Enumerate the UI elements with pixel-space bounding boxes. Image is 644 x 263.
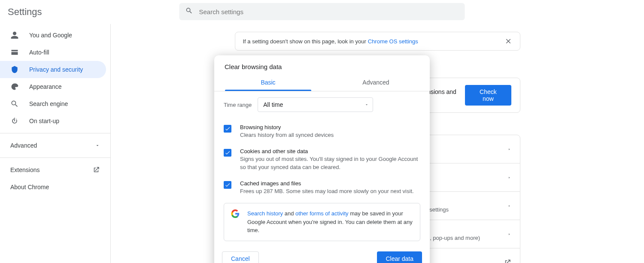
- option-cached-images[interactable]: Cached images and files Frees up 287 MB.…: [224, 176, 420, 200]
- modal-overlay: Clear browsing data Basic Advanced Time …: [0, 0, 644, 263]
- modal-actions: Cancel Clear data: [214, 245, 430, 263]
- google-logo-icon: [231, 209, 240, 220]
- checkbox-cached-images[interactable]: [224, 181, 231, 189]
- option-title: Cached images and files: [240, 180, 414, 187]
- cancel-button[interactable]: Cancel: [222, 251, 259, 263]
- option-sub: Clears history from all synced devices: [240, 131, 334, 139]
- info-text-fragment: and: [283, 210, 295, 217]
- checkbox-cookies[interactable]: [224, 149, 231, 157]
- time-range-label: Time range: [224, 102, 252, 108]
- info-card-text: Search history and other forms of activi…: [247, 209, 413, 235]
- option-sub: Signs you out of most sites. You'll stay…: [240, 155, 420, 172]
- option-cookies[interactable]: Cookies and other site data Signs you ou…: [224, 144, 420, 176]
- checkbox-browsing-history[interactable]: [224, 125, 231, 133]
- option-title: Cookies and other site data: [240, 148, 420, 154]
- search-history-link[interactable]: Search history: [247, 210, 283, 217]
- clear-browsing-data-modal: Clear browsing data Basic Advanced Time …: [214, 55, 430, 263]
- modal-title: Clear browsing data: [214, 55, 430, 75]
- clear-data-button[interactable]: Clear data: [377, 251, 422, 263]
- tab-basic[interactable]: Basic: [214, 75, 322, 91]
- option-sub: Frees up 287 MB. Some sites may load mor…: [240, 187, 414, 196]
- time-range-row: Time range: [224, 97, 420, 112]
- tab-advanced[interactable]: Advanced: [322, 75, 430, 91]
- modal-tabs: Basic Advanced: [214, 75, 430, 91]
- option-browsing-history[interactable]: Browsing history Clears history from all…: [224, 120, 420, 144]
- option-title: Browsing history: [240, 124, 334, 130]
- google-account-info-card: Search history and other forms of activi…: [224, 203, 420, 241]
- other-activity-link[interactable]: other forms of activity: [295, 210, 349, 217]
- time-range-select[interactable]: [258, 97, 373, 112]
